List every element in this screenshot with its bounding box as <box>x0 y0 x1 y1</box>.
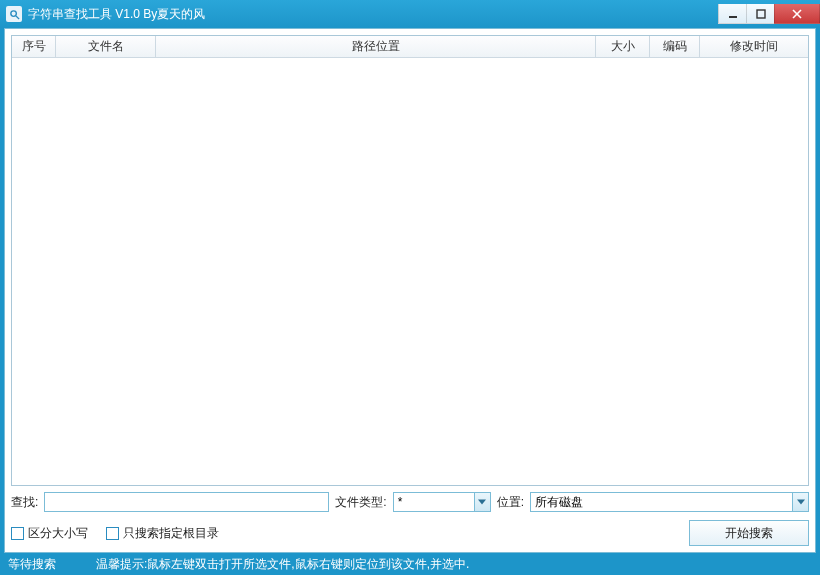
controls-row-1: 查找: 文件类型: * 位置: 所有磁盘 <box>11 492 809 512</box>
svg-rect-2 <box>729 16 737 18</box>
case-sensitive-checkbox[interactable]: 区分大小写 <box>11 525 88 542</box>
col-path[interactable]: 路径位置 <box>156 36 596 57</box>
svg-marker-7 <box>797 500 805 505</box>
svg-marker-6 <box>478 500 486 505</box>
filetype-value: * <box>394 495 474 509</box>
col-size[interactable]: 大小 <box>596 36 650 57</box>
maximize-button[interactable] <box>746 4 774 24</box>
svg-point-0 <box>10 10 16 16</box>
titlebar[interactable]: 字符串查找工具 V1.0 By夏天的风 <box>0 0 820 28</box>
location-label: 位置: <box>497 494 524 511</box>
table-body[interactable] <box>12 58 808 485</box>
search-input[interactable] <box>44 492 329 512</box>
content-panel: 序号 文件名 路径位置 大小 编码 修改时间 查找: 文件类型: * 位置: 所… <box>4 28 816 553</box>
results-table[interactable]: 序号 文件名 路径位置 大小 编码 修改时间 <box>11 35 809 486</box>
window-title: 字符串查找工具 V1.0 By夏天的风 <box>28 6 205 23</box>
status-text: 等待搜索 <box>8 556 56 573</box>
statusbar: 等待搜索 温馨提示:鼠标左键双击打开所选文件,鼠标右键则定位到该文件,并选中. <box>0 553 820 575</box>
col-encoding[interactable]: 编码 <box>650 36 700 57</box>
svg-rect-3 <box>757 10 765 18</box>
location-dropdown-button[interactable] <box>792 493 808 511</box>
case-sensitive-label: 区分大小写 <box>28 525 88 542</box>
location-combo[interactable]: 所有磁盘 <box>530 492 809 512</box>
controls-row-2: 区分大小写 只搜索指定根目录 开始搜索 <box>11 520 809 546</box>
app-window: 字符串查找工具 V1.0 By夏天的风 序号 文件名 路径位置 大小 编码 修改… <box>0 0 820 575</box>
filetype-label: 文件类型: <box>335 494 386 511</box>
col-seq[interactable]: 序号 <box>12 36 56 57</box>
start-search-button[interactable]: 开始搜索 <box>689 520 809 546</box>
table-header-row: 序号 文件名 路径位置 大小 编码 修改时间 <box>12 36 808 58</box>
col-mtime[interactable]: 修改时间 <box>700 36 808 57</box>
svg-line-1 <box>15 15 18 18</box>
filetype-dropdown-button[interactable] <box>474 493 490 511</box>
search-label: 查找: <box>11 494 38 511</box>
minimize-button[interactable] <box>718 4 746 24</box>
col-filename[interactable]: 文件名 <box>56 36 156 57</box>
close-button[interactable] <box>774 4 820 24</box>
checkbox-box-icon <box>106 527 119 540</box>
app-icon <box>6 6 22 22</box>
location-value: 所有磁盘 <box>531 494 792 511</box>
filetype-combo[interactable]: * <box>393 492 491 512</box>
root-only-checkbox[interactable]: 只搜索指定根目录 <box>106 525 219 542</box>
status-hint: 温馨提示:鼠标左键双击打开所选文件,鼠标右键则定位到该文件,并选中. <box>96 556 812 573</box>
root-only-label: 只搜索指定根目录 <box>123 525 219 542</box>
checkbox-box-icon <box>11 527 24 540</box>
